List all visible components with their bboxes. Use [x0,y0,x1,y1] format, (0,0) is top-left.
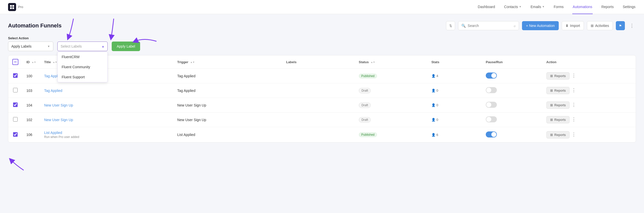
th-id: ID ▲▼ [22,55,40,69]
row-checkbox[interactable] [13,102,18,107]
search-input[interactable] [468,24,512,28]
svg-rect-2 [10,7,12,9]
row-checkbox[interactable] [13,132,18,137]
flag-button[interactable]: ⚑ [616,21,625,30]
sort-arrows-trigger: ▲▼ [190,61,195,63]
search-box: 🔍 ⌕ [458,21,519,30]
activities-button[interactable]: ⊞ Activities [587,21,613,30]
reports-button[interactable]: ⊞ Reports [546,72,570,80]
row-title-link[interactable]: Tag Applied [44,89,62,93]
reports-button[interactable]: ⊞ Reports [546,131,570,138]
th-trigger: Trigger ▲▼ [173,55,282,69]
row-checkbox[interactable] [13,73,18,78]
select-action-group: Select Action Apply Labels ▼ [8,36,53,51]
sort-arrows-id: ▲▼ [32,61,36,63]
table-row: 102 New User Sign Up New User Sign Up Dr… [8,113,636,127]
row-toggle[interactable] [486,116,497,122]
header-actions: ⇅ 🔍 ⌕ + New Automation ⬇ Import ⊞ Activi… [446,21,636,30]
nav-forms[interactable]: Forms [553,0,564,14]
nav-emails[interactable]: Emails ▼ [530,0,545,14]
row-toggle[interactable] [486,102,497,108]
table-row: 103 Tag Applied Tag Applied Draft 👤 0 ⊞ … [8,83,636,98]
row-more-button[interactable]: ⋮ [571,132,577,137]
new-automation-button[interactable]: + New Automation [522,21,559,30]
more-button[interactable]: ⋮ [628,22,636,30]
row-more-button[interactable]: ⋮ [571,88,577,93]
row-checkbox-cell [8,83,22,98]
status-badge: Draft [359,117,371,123]
reports-icon: ⊞ [550,118,553,122]
import-button[interactable]: ⬇ Import [562,21,584,30]
status-badge: Published [359,132,377,137]
row-trigger: Tag Applied [173,69,282,83]
row-toggle[interactable] [486,73,497,79]
row-checkbox-cell [8,127,22,143]
select-labels-dropdown[interactable]: Select Labels ▲ [57,42,108,51]
status-badge: Draft [359,102,371,108]
select-action-dropdown[interactable]: Apply Labels ▼ [8,42,53,51]
select-labels-placeholder: Select Labels [61,44,82,48]
dropdown-item-fluentcrm[interactable]: FluentCRM [58,52,107,62]
row-more-button[interactable]: ⋮ [571,102,577,107]
table-row: 104 New User Sign Up New User Sign Up Dr… [8,98,636,113]
nav-automations[interactable]: Automations [572,0,593,14]
row-action-cell: ⊞ Reports ⋮ [542,127,636,143]
apply-label-button[interactable]: Apply Label [112,42,140,51]
row-checkbox[interactable] [13,117,18,122]
row-title-link[interactable]: List Applied [44,131,62,135]
reports-icon: ⊞ [550,74,553,78]
row-more-button[interactable]: ⋮ [571,117,577,122]
select-action-label: Select Action [8,36,53,40]
th-status: Status ▲▼ [355,55,427,69]
th-pause-run: Pause/Run [482,55,542,69]
row-title-cell: Tag Applied [40,83,173,98]
action-bar: Select Action Apply Labels ▼ Select Labe… [8,36,636,51]
stats-person-icon: 👤 [431,89,435,92]
row-id: 100 [22,69,40,83]
nav-contacts[interactable]: Contacts ▼ [504,0,522,14]
checkbox-icon [14,60,17,63]
row-checkbox[interactable] [13,88,18,92]
dropdown-item-fluent-community[interactable]: Fluent Community [58,62,107,72]
row-stats: 👤 0 [427,113,482,127]
reports-button[interactable]: ⊞ Reports [546,101,570,109]
row-title-cell: List Applied Run when Pro user added [40,127,173,143]
sort-button[interactable]: ⇅ [446,21,455,30]
header-checkbox[interactable] [12,59,18,65]
reports-label: Reports [554,103,566,107]
row-labels [282,127,355,143]
row-subtitle: Run when Pro user added [44,135,169,139]
nav-settings[interactable]: Settings [622,0,636,14]
page-header: Automation Funnels ⇅ 🔍 ⌕ + New Automatio… [8,21,636,30]
row-stats: 👤 0 [427,83,482,98]
search-submit-icon: ⌕ [514,24,516,28]
nav-dashboard[interactable]: Dashboard [477,0,496,14]
row-toggle[interactable] [486,87,497,93]
flag-icon: ⚑ [619,24,622,28]
import-icon: ⬇ [566,24,569,28]
reports-icon: ⊞ [550,103,553,107]
dropdown-item-fluent-support[interactable]: Fluent Support [58,72,107,82]
status-badge: Draft [359,88,371,93]
row-toggle[interactable] [486,131,497,137]
reports-button[interactable]: ⊞ Reports [546,87,570,94]
row-labels [282,98,355,113]
row-checkbox-cell [8,113,22,127]
activities-icon: ⊞ [591,24,594,28]
row-toggle-cell [482,83,542,98]
table-row: 106 List Applied Run when Pro user added… [8,127,636,143]
row-action-cell: ⊞ Reports ⋮ [542,98,636,113]
stats-count: 0 [436,89,438,92]
select-action-value: Apply Labels [11,44,31,48]
svg-rect-4 [14,62,17,62]
row-more-button[interactable]: ⋮ [571,73,577,78]
reports-icon: ⊞ [550,89,553,92]
row-title-link[interactable]: New User Sign Up [44,118,73,122]
row-checkbox-cell [8,69,22,83]
nav-reports[interactable]: Reports [601,0,614,14]
row-title-link[interactable]: New User Sign Up [44,103,73,107]
stats-count: 6 [436,133,438,137]
row-title-cell: New User Sign Up [40,98,173,113]
reports-button[interactable]: ⊞ Reports [546,116,570,123]
reports-label: Reports [554,133,566,137]
